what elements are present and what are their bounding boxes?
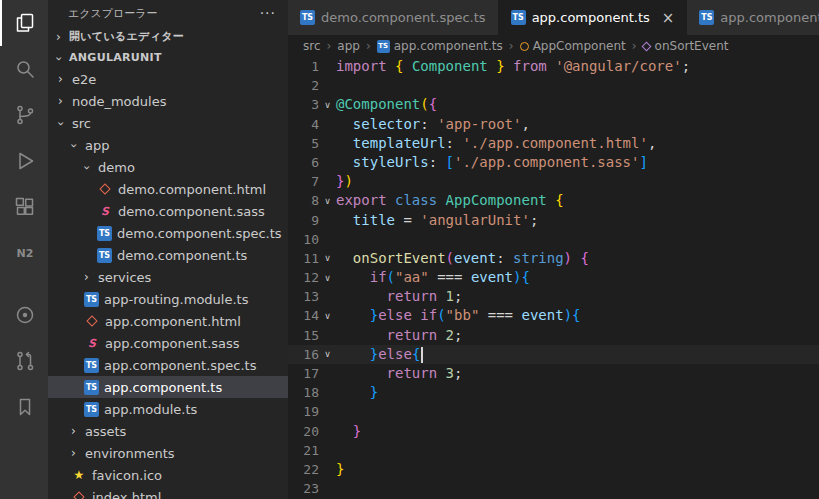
code-line-text: return 2; — [336, 326, 462, 345]
line-number: 13 — [288, 287, 319, 306]
file-label: app.component.spec.ts — [104, 358, 256, 373]
open-editors-label: 開いているエディター — [69, 29, 184, 44]
tree-item-app.component.ts[interactable]: TSapp.component.ts — [48, 376, 288, 398]
code-line-1[interactable]: 1import { Component } from '@angular/cor… — [288, 57, 819, 76]
code-line-text: return 3; — [336, 364, 462, 383]
bookmarks-icon[interactable] — [0, 384, 48, 430]
code-line-8[interactable]: 8∨export class AppComponent { — [288, 191, 819, 210]
code-line-5[interactable]: 5 templateUrl: './app.component.html', — [288, 134, 819, 153]
line-number: 3 — [288, 95, 319, 114]
code-line-2[interactable]: 2 — [288, 76, 819, 95]
project-section-header[interactable]: › ANGULARUNIT — [48, 47, 288, 68]
pull-requests-icon[interactable] — [0, 338, 48, 384]
open-editors-header[interactable]: › 開いているエディター — [48, 26, 288, 47]
line-number: 20 — [288, 422, 319, 441]
code-line-6[interactable]: 6 styleUrls: ['./app.component.sass'] — [288, 153, 819, 172]
tree-item-app.component.html[interactable]: app.component.html — [48, 310, 288, 332]
source-control-icon[interactable] — [0, 92, 48, 138]
breadcrumb-onSortEvent[interactable]: onSortEvent — [643, 39, 729, 53]
chevron-right-icon: › — [80, 270, 93, 284]
code-line-20[interactable]: 20 } — [288, 422, 819, 441]
file-label: demo.component.sass — [118, 204, 265, 219]
tree-item-app.component.sass[interactable]: Sapp.component.sass — [48, 332, 288, 354]
breadcrumb-app[interactable]: app — [337, 39, 360, 53]
code-line-7[interactable]: 7}) — [288, 172, 819, 191]
code-line-22[interactable]: 22} — [288, 460, 819, 479]
tree-item-services[interactable]: ›services — [48, 266, 288, 288]
code-line-text: } — [336, 383, 378, 402]
code-line-3[interactable]: 3∨@Component({ — [288, 95, 819, 114]
explorer-icon[interactable] — [0, 0, 48, 46]
nx-console-icon[interactable]: N2 — [0, 230, 48, 276]
tree-item-demo[interactable]: ›demo — [48, 156, 288, 178]
code-line-18[interactable]: 18 } — [288, 383, 819, 402]
tree-item-src[interactable]: ›src — [48, 112, 288, 134]
code-line-text: onSortEvent(event: string) { — [336, 249, 589, 268]
tree-item-app-routing.module.ts[interactable]: TSapp-routing.module.ts — [48, 288, 288, 310]
tree-item-favicon.ico[interactable]: ★favicon.ico — [48, 464, 288, 486]
tree-item-demo.component.html[interactable]: demo.component.html — [48, 178, 288, 200]
file-label: environments — [85, 446, 175, 461]
tree-item-app.component.spec.ts[interactable]: TSapp.component.spec.ts — [48, 354, 288, 376]
code-line-9[interactable]: 9 title = 'angularUnit'; — [288, 211, 819, 230]
extensions-icon[interactable] — [0, 184, 48, 230]
code-line-15[interactable]: 15 return 2; — [288, 326, 819, 345]
run-debug-icon[interactable] — [0, 138, 48, 184]
breadcrumb-label: onSortEvent — [655, 39, 729, 53]
tree-item-app.module.ts[interactable]: TSapp.module.ts — [48, 398, 288, 420]
test-explorer-icon[interactable] — [0, 292, 48, 338]
code-line-21[interactable]: 21 — [288, 441, 819, 460]
line-number: 23 — [288, 479, 319, 498]
fold-icon[interactable]: ∨ — [319, 196, 336, 206]
tree-item-environments[interactable]: ›environments — [48, 442, 288, 464]
tree-item-demo.component.ts[interactable]: TSdemo.component.ts — [48, 244, 288, 266]
ts-icon: TS — [84, 358, 99, 373]
fold-icon[interactable]: ∨ — [319, 100, 336, 110]
line-number: 5 — [288, 134, 319, 153]
code-line-4[interactable]: 4 selector: 'app-root', — [288, 115, 819, 134]
code-line-12[interactable]: 12∨ if("aa" === event){ — [288, 268, 819, 287]
code-line-23[interactable]: 23 — [288, 479, 819, 498]
tab-app.component.spec.ts[interactable]: TSapp.component.spec.ts — [687, 0, 819, 35]
html-icon — [84, 313, 100, 329]
method-symbol-icon — [641, 41, 651, 51]
breadcrumb-AppComponent[interactable]: AppComponent — [520, 39, 626, 53]
tree-item-node_modules[interactable]: ›node_modules — [48, 90, 288, 112]
code-editor[interactable]: 1import { Component } from '@angular/cor… — [288, 57, 819, 499]
fold-icon[interactable]: ∨ — [319, 273, 336, 283]
code-line-16[interactable]: 16∨ }else{ — [288, 345, 819, 364]
tab-demo.component.spec.ts[interactable]: TSdemo.component.spec.ts — [288, 0, 499, 35]
tab-app.component.ts[interactable]: TSapp.component.ts× — [499, 0, 688, 35]
chevron-down-icon: › — [80, 161, 94, 174]
breadcrumb-src[interactable]: src — [303, 39, 321, 53]
html-icon — [97, 181, 113, 197]
code-line-10[interactable]: 10 — [288, 230, 819, 249]
fold-icon[interactable]: ∨ — [319, 253, 336, 263]
code-line-text: if("aa" === event){ — [336, 268, 530, 287]
tree-item-index.html[interactable]: index.html — [48, 486, 288, 499]
code-line-text: title = 'angularUnit'; — [336, 211, 538, 230]
tree-item-app[interactable]: ›app — [48, 134, 288, 156]
code-line-19[interactable]: 19 — [288, 402, 819, 421]
breadcrumb-app.component.ts[interactable]: TSapp.component.ts — [377, 39, 503, 53]
tree-item-demo.component.spec.ts[interactable]: TSdemo.component.spec.ts — [48, 222, 288, 244]
file-label: app — [85, 138, 109, 153]
tree-item-demo.component.sass[interactable]: Sdemo.component.sass — [48, 200, 288, 222]
breadcrumb-label: src — [303, 39, 321, 53]
search-icon[interactable] — [0, 46, 48, 92]
code-line-text: export class AppComponent { — [336, 191, 564, 210]
code-line-11[interactable]: 11∨ onSortEvent(event: string) { — [288, 249, 819, 268]
code-line-17[interactable]: 17 return 3; — [288, 364, 819, 383]
close-icon[interactable]: × — [662, 9, 675, 27]
code-line-14[interactable]: 14∨ }else if("bb" === event){ — [288, 306, 819, 325]
fold-icon[interactable]: ∨ — [319, 311, 336, 321]
more-actions-icon[interactable]: ··· — [260, 5, 276, 21]
file-label: demo — [98, 160, 135, 175]
chevron-right-icon: › — [509, 39, 514, 53]
fold-icon[interactable]: ∨ — [319, 349, 336, 359]
tree-item-e2e[interactable]: ›e2e — [48, 68, 288, 90]
code-line-13[interactable]: 13 return 1; — [288, 287, 819, 306]
tree-item-assets[interactable]: ›assets — [48, 420, 288, 442]
code-line-text: import { Component } from '@angular/core… — [336, 57, 690, 76]
code-line-text: styleUrls: ['./app.component.sass'] — [336, 153, 648, 172]
